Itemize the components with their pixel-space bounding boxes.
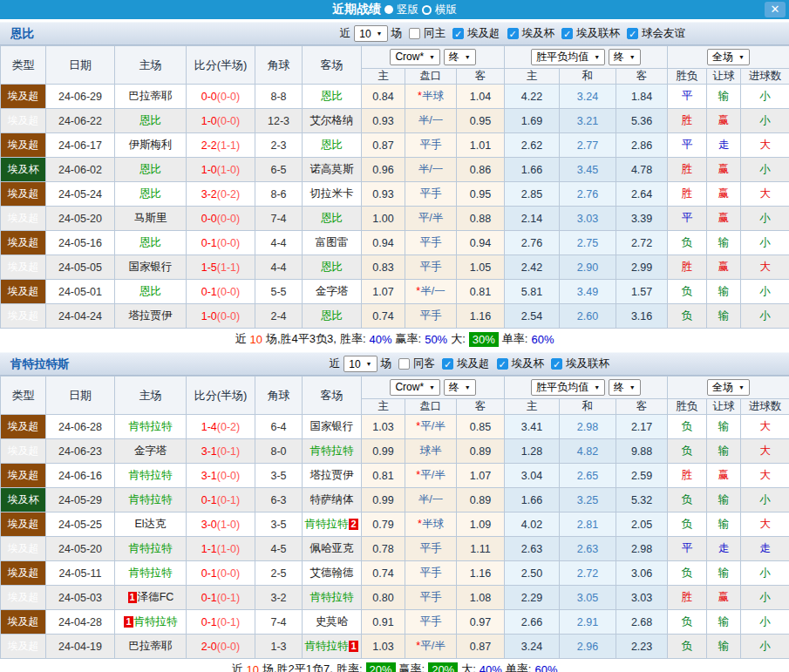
avg-draw-cell: 3.25 xyxy=(560,488,616,512)
avg-type-select[interactable]: 胜平负均值▼ xyxy=(531,379,605,396)
score-cell: 0-1(0-0) xyxy=(187,231,255,255)
team-label: 恩比 xyxy=(321,139,343,151)
team-label: 肯特拉特 xyxy=(310,445,354,457)
home-team-cell: 恩比 xyxy=(115,280,187,304)
avg-away-cell: 2.59 xyxy=(616,464,668,488)
avg-time-select[interactable]: 终▼ xyxy=(609,49,641,65)
league-checkbox-3[interactable]: ✓ xyxy=(627,28,638,39)
match-row: 埃及超24-05-20肯特拉特1-1(1-0)4-5佩哈亚克0.78平手1.11… xyxy=(1,537,789,561)
avg-time-select[interactable]: 终▼ xyxy=(609,379,641,396)
orientation-radio-0[interactable] xyxy=(384,5,393,14)
league-cell: 埃及超 xyxy=(1,255,46,280)
avg-home-cell: 2.63 xyxy=(505,537,560,561)
odds-source-select[interactable]: Crow*▼ xyxy=(390,379,440,396)
corners-cell: 8-8 xyxy=(255,85,303,109)
handicap-cell: 平手 xyxy=(405,182,457,207)
handicap-cell: 平手 xyxy=(405,231,457,255)
odds-home-cell: 0.94 xyxy=(362,231,405,255)
wdl-result-cell: 负 xyxy=(668,304,707,329)
avg-type-select[interactable]: 胜平负均值▼ xyxy=(531,49,605,65)
result-group-header: 全场▼ xyxy=(668,377,789,399)
league-checkbox-0[interactable]: ✓ xyxy=(442,358,453,370)
scope-select-value: 全场 xyxy=(712,50,733,64)
team-label: 恩比 xyxy=(321,309,343,322)
same-venue-checkbox[interactable] xyxy=(398,358,410,370)
col-avg-draw: 和 xyxy=(560,69,616,85)
avg-away-cell: 2.99 xyxy=(616,255,668,280)
date-cell: 24-05-29 xyxy=(46,488,115,512)
close-button[interactable]: ✕ xyxy=(765,2,786,17)
chevron-down-icon: ▼ xyxy=(594,54,600,60)
avg-away-cell: 3.39 xyxy=(616,207,668,231)
halftime-score: (0-0) xyxy=(217,470,240,482)
col-avg-home: 主 xyxy=(505,69,560,85)
team-label: El达克 xyxy=(134,518,166,530)
handicap-result-cell: 赢 xyxy=(707,182,741,207)
scope-select[interactable]: 全场▼ xyxy=(707,379,750,396)
odds-away-cell: 0.86 xyxy=(457,158,505,182)
halftime-score: (0-2) xyxy=(217,421,240,433)
corners-cell: 5-5 xyxy=(255,280,303,304)
away-team-cell: 金字塔 xyxy=(303,280,362,304)
wdl-result-cell: 平 xyxy=(668,133,707,158)
team-section: 恩比近10▼场同主✓埃及超✓埃及杯✓埃及联杯✓球会友谊类型日期主场比分(半场)角… xyxy=(0,22,789,350)
handicap-result-cell: 输 xyxy=(707,561,741,586)
same-venue-checkbox[interactable] xyxy=(409,28,420,39)
odds-source-select-value: Crow* xyxy=(395,51,424,63)
league-checkbox-2[interactable]: ✓ xyxy=(551,358,562,370)
col-type: 类型 xyxy=(1,46,46,85)
league-checkbox-1[interactable]: ✓ xyxy=(497,358,508,370)
orientation-radio-1[interactable] xyxy=(422,5,432,15)
date-cell: 24-05-03 xyxy=(46,586,115,610)
col-result-goals: 进球数 xyxy=(741,399,789,415)
league-checkbox-2[interactable]: ✓ xyxy=(561,28,573,39)
col-handicap: 盘口 xyxy=(405,69,457,85)
halftime-score: (0-0) xyxy=(217,286,240,298)
fulltime-score: 1-1 xyxy=(201,543,217,555)
fulltime-score: 0-1 xyxy=(201,567,217,580)
fulltime-score: 0-1 xyxy=(201,592,217,604)
odds-away-cell: 0.97 xyxy=(457,610,505,635)
recent-count-select[interactable]: 10▼ xyxy=(354,25,387,42)
halftime-score: (0-0) xyxy=(217,237,240,249)
fulltime-score: 2-0 xyxy=(201,641,217,653)
summary-count: 10 xyxy=(249,333,262,346)
league-checkbox-0[interactable]: ✓ xyxy=(452,28,464,39)
league-checkbox-1[interactable]: ✓ xyxy=(507,28,519,39)
handicap-cell: 平手 xyxy=(405,304,457,329)
orientation-radio-label-1: 横版 xyxy=(435,3,457,17)
wdl-result-cell: 负 xyxy=(668,512,707,537)
away-team-cell: 史莫哈 xyxy=(303,610,362,635)
recent-count-select[interactable]: 10▼ xyxy=(343,356,377,372)
col-avg-home: 主 xyxy=(505,399,560,415)
handicap-value: 平/半 xyxy=(418,212,443,224)
team-label: 艾德翰德 xyxy=(310,567,354,579)
team-label: 恩比 xyxy=(139,285,161,297)
handicap-value: 平手 xyxy=(420,615,442,628)
goals-result-cell: 小 xyxy=(741,158,789,182)
odds-time-select[interactable]: 终▼ xyxy=(444,379,476,396)
away-team-cell: 诺高莫斯 xyxy=(303,158,362,182)
avg-home-cell: 2.85 xyxy=(505,182,560,207)
odds-home-cell: 0.74 xyxy=(362,304,405,329)
away-team-cell: 肯特拉特1 xyxy=(303,635,362,659)
team-sections: 恩比近10▼场同主✓埃及超✓埃及杯✓埃及联杯✓球会友谊类型日期主场比分(半场)角… xyxy=(0,22,789,672)
halftime-score: (1-1) xyxy=(217,261,240,274)
handicap-cell: 平/半 xyxy=(405,207,457,231)
team-label: 伊斯梅利 xyxy=(129,139,173,151)
handicap-cell: 平手 xyxy=(405,255,457,280)
goals-result-cell: 大 xyxy=(741,512,789,537)
odds-time-select[interactable]: 终▼ xyxy=(444,49,476,65)
home-team-cell: 恩比 xyxy=(115,182,187,207)
handicap-value: 平手 xyxy=(420,567,442,579)
odds-home-cell: 0.79 xyxy=(362,512,405,537)
score-cell: 2-0(0-0) xyxy=(187,635,255,659)
col-corner: 角球 xyxy=(255,46,303,85)
odds-away-cell: 1.01 xyxy=(457,133,505,158)
fulltime-score: 1-0 xyxy=(201,310,217,322)
team-filter-bar: 肯特拉特斯近10▼场同客✓埃及超✓埃及杯✓埃及联杯 xyxy=(0,352,789,376)
scope-select[interactable]: 全场▼ xyxy=(707,49,750,65)
odds-away-cell: 1.09 xyxy=(457,512,505,537)
odds-home-cell: 0.80 xyxy=(362,586,405,610)
odds-source-select[interactable]: Crow*▼ xyxy=(390,49,440,65)
